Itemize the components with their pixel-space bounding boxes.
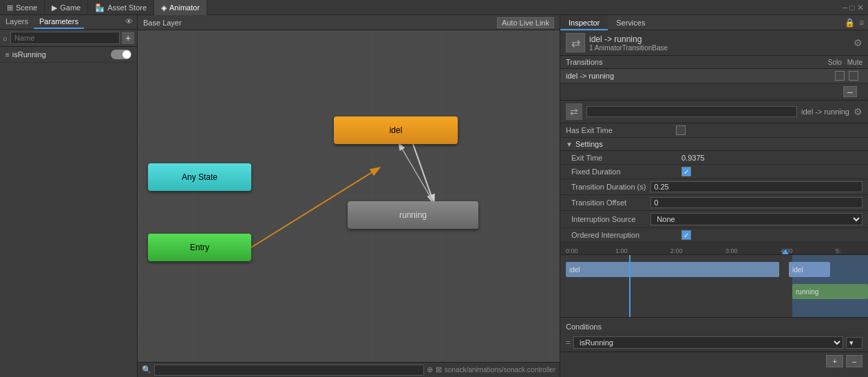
add-condition-button[interactable]: + — [826, 355, 843, 367]
condition-param-select[interactable]: isRunning — [573, 336, 843, 349]
condition-row-isrunning: = isRunning ▾ — [566, 336, 862, 349]
inspector-menu-icon[interactable]: ≡ — [858, 18, 865, 28]
settings-label: Settings — [575, 140, 603, 148]
state-entry[interactable]: Entry — [148, 234, 251, 261]
transition-mute-checkbox[interactable] — [849, 71, 858, 81]
tab-game[interactable]: ▶ Game — [45, 0, 88, 15]
exit-time-label: Exit Time — [571, 154, 681, 162]
add-param-button[interactable]: + — [122, 32, 134, 44]
timeline-bar-running: running — [792, 284, 868, 299]
scene-icon: ⊞ — [7, 0, 13, 15]
timeline-ruler: 0:00 1:00 2:00 3:00 4:00 5: — [560, 243, 868, 255]
param-row-isrunning: ≡ isRunning — [0, 47, 137, 63]
inspector-header: ⇄ idel -> running 1 AnimatorTransitionBa… — [560, 30, 868, 56]
left-panel: Layers Parameters 👁 ⌕ + ≡ isRunning — [0, 15, 138, 377]
game-icon: ▶ — [52, 0, 57, 15]
tab-layers[interactable]: Layers — [0, 15, 34, 29]
window-controls: – □ ✕ — [843, 3, 868, 12]
ordered-interruption-checkbox[interactable]: ✓ — [681, 230, 691, 240]
ordered-interruption-row: Ordered Interruption ✓ — [560, 228, 868, 243]
inspector-title-block: idel -> running 1 AnimatorTransitionBase — [589, 34, 849, 52]
tab-services[interactable]: Services — [608, 15, 653, 30]
fixed-duration-row: Fixed Duration ✓ — [560, 165, 868, 179]
eye-icon[interactable]: 👁 — [121, 15, 137, 29]
canvas-search-input[interactable] — [154, 365, 424, 376]
transition-duration-input[interactable] — [650, 181, 862, 192]
transition-detail-icon: ⇄ — [566, 103, 582, 120]
canvas-area[interactable]: idel Any State Entry running — [138, 30, 560, 362]
inspector-icons: 🔒 ≡ — [843, 18, 868, 28]
animator-icon: ◈ — [161, 0, 167, 15]
settings-arrow-icon: ▼ — [566, 141, 573, 148]
fixed-duration-checkbox[interactable]: ✓ — [681, 167, 691, 176]
remove-transition-button[interactable]: – — [843, 86, 857, 97]
conditions-section: Conditions = isRunning ▾ — [560, 318, 868, 351]
state-running[interactable]: running — [348, 201, 478, 229]
grid-background — [138, 30, 560, 362]
search-icon: ⌕ — [3, 34, 8, 42]
main-layout: Layers Parameters 👁 ⌕ + ≡ isRunning Base… — [0, 15, 868, 377]
ruler-tick-5: 5: — [836, 247, 841, 254]
canvas-footer-icon1[interactable]: ⊕ — [427, 365, 433, 374]
timeline-bar-idel: idel — [566, 262, 779, 277]
interruption-source-row: Interruption Source None — [560, 211, 868, 228]
store-icon: 🏪 — [95, 0, 105, 15]
transition-detail: ⇄ idel -> running ⚙ — [560, 101, 868, 123]
center-panel: Base Layer Auto Live Link — [138, 15, 560, 377]
settings-section-toggle[interactable]: ▼ Settings — [560, 138, 868, 151]
state-any-state[interactable]: Any State — [148, 163, 251, 191]
transition-detail-label: idel -> running — [801, 108, 849, 116]
left-tabs: Layers Parameters 👁 — [0, 15, 137, 30]
tab-animator[interactable]: ◈ Animator — [154, 0, 207, 15]
condition-dropdown-arrow[interactable]: ▾ — [846, 337, 862, 349]
inspector-title: idel -> running — [589, 34, 849, 44]
equals-icon: = — [566, 338, 571, 347]
ruler-tick-3: 3:00 — [726, 247, 738, 254]
exit-time-row: Exit Time 0.9375 — [560, 151, 868, 165]
minus-row: – — [560, 83, 868, 101]
tab-asset-store[interactable]: 🏪 Asset Store — [88, 0, 154, 15]
canvas-header: Base Layer Auto Live Link — [138, 15, 560, 30]
inspector-subtitle: 1 AnimatorTransitionBase — [589, 44, 849, 52]
fixed-duration-label: Fixed Duration — [571, 167, 681, 176]
timeline-cursor-indicator — [782, 249, 789, 254]
exit-time-value: 0.9375 — [681, 154, 862, 162]
transition-row-idel-running[interactable]: idel -> running — [560, 69, 868, 83]
ruler-tick-0: 0:00 — [566, 247, 578, 254]
has-exit-time-checkbox[interactable] — [676, 125, 686, 135]
transition-offset-row: Transition Offset — [560, 195, 868, 211]
transition-duration-label: Transition Duration (s) — [571, 183, 650, 191]
has-exit-time-row: Has Exit Time — [560, 123, 868, 138]
transition-detail-gear-icon[interactable]: ⚙ — [854, 106, 862, 117]
ruler-tick-1: 1:00 — [615, 247, 628, 254]
inspector-tabs: Inspector Services 🔒 ≡ — [560, 15, 868, 30]
isrunning-toggle[interactable] — [111, 50, 131, 59]
interruption-source-select[interactable]: None — [650, 213, 862, 225]
transition-duration-row: Transition Duration (s) — [560, 179, 868, 195]
ordered-interruption-label: Ordered Interruption — [571, 231, 681, 239]
auto-live-button[interactable]: Auto Live Link — [497, 17, 554, 28]
state-idel[interactable]: idel — [334, 116, 458, 144]
transition-offset-input[interactable] — [650, 197, 862, 208]
timeline-cursor — [629, 255, 631, 317]
inspector-gear-icon[interactable]: ⚙ — [854, 37, 862, 48]
remove-condition-button[interactable]: – — [846, 355, 862, 367]
tab-inspector[interactable]: Inspector — [560, 15, 608, 30]
right-panel: Inspector Services 🔒 ≡ ⇄ idel -> running… — [560, 15, 868, 377]
conditions-header: Conditions — [566, 320, 862, 334]
param-search-input[interactable] — [10, 32, 120, 44]
tab-scene[interactable]: ⊞ Scene — [0, 0, 45, 15]
ruler-tick-2: 2:00 — [670, 247, 683, 254]
inspector-lock-icon[interactable]: 🔒 — [843, 18, 856, 28]
solo-label: Solo — [828, 59, 842, 66]
toggle-knob — [123, 50, 131, 59]
interruption-source-label: Interruption Source — [571, 215, 650, 223]
bottom-buttons: + – — [560, 351, 868, 370]
transition-solo-checkbox[interactable] — [835, 71, 845, 81]
canvas-search-icon: 🔍 — [142, 365, 151, 374]
tab-parameters[interactable]: Parameters — [34, 15, 84, 29]
timeline-bar-idel2: idel — [789, 262, 830, 277]
canvas-footer-icon2[interactable]: ⊠ — [436, 365, 442, 374]
timeline-area[interactable]: idel idel running — [560, 255, 868, 317]
transitions-label: Transitions — [566, 58, 828, 66]
